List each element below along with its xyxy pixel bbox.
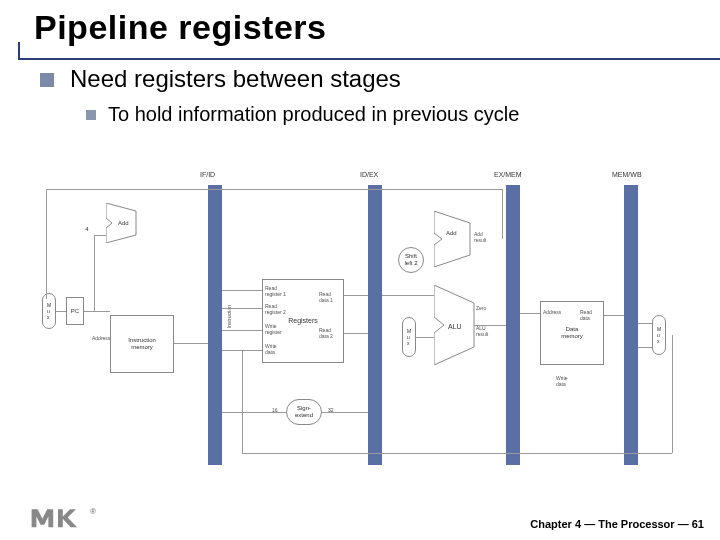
alu-result-label: ALUresult [476, 325, 488, 337]
regport-rd2: Readdata 2 [319, 327, 333, 339]
regport-rr1: Readregister 1 [265, 285, 286, 297]
adder-pc4: Add [106, 203, 146, 243]
bullet-text: To hold information produced in previous… [108, 103, 519, 126]
wire [222, 308, 262, 309]
bullet-level-2: To hold information produced in previous… [86, 103, 710, 126]
wire-branch-back [46, 189, 502, 190]
pipe-reg-idex [368, 185, 382, 465]
dmem-address: Address [543, 309, 561, 315]
title-rule [18, 58, 720, 60]
footer-title: The Processor [598, 518, 674, 530]
pipe-label-memwb: MEM/WB [612, 171, 642, 178]
bullet-text: Need registers between stages [70, 65, 401, 93]
svg-marker-2 [434, 211, 470, 267]
wb-mux: Mux [652, 315, 666, 355]
wire [84, 311, 110, 312]
regport-rd1: Readdata 1 [319, 291, 333, 303]
dmem-writedata: Writedata [556, 375, 568, 387]
svg-text:Add: Add [118, 220, 129, 226]
wire-wb-back [242, 453, 672, 454]
dmem-readdata: Readdata [580, 309, 592, 321]
wire [520, 313, 540, 314]
const-4: 4 [82, 223, 92, 235]
pipe-label-idex: ID/EX [360, 171, 378, 178]
wire [242, 350, 243, 453]
pipe-label-ifid: IF/ID [200, 171, 215, 178]
wire [222, 290, 262, 291]
regport-wd: Writedata [265, 343, 277, 355]
instruction-memory: Instructionmemory [110, 315, 174, 373]
wire [638, 323, 652, 324]
wire [474, 325, 506, 326]
bullet-level-1: Need registers between stages [40, 65, 710, 93]
wire [344, 295, 368, 296]
imem-address-label: Address [92, 335, 110, 341]
wire [344, 333, 368, 334]
wire [174, 343, 208, 344]
publisher-logo: ® [28, 500, 98, 532]
add-result-label: Addresult [474, 231, 486, 243]
footer-sep: — [675, 518, 692, 530]
pipe-reg-exmem [506, 185, 520, 465]
wire [638, 347, 652, 348]
registered-mark: ® [90, 507, 96, 516]
wire [46, 189, 47, 299]
bullet-icon [40, 73, 54, 87]
wire [94, 235, 106, 236]
svg-text:Add: Add [446, 230, 457, 236]
pc-mux: Mux [42, 293, 56, 329]
regport-rr2: Readregister 2 [265, 303, 286, 315]
pipe-label-exmem: EX/MEM [494, 171, 522, 178]
slide-footer: Chapter 4 — The Processor — 61 [530, 518, 704, 530]
wire [416, 337, 434, 338]
wire [56, 311, 66, 312]
footer-sep: — [581, 518, 598, 530]
pipe-reg-ifid [208, 185, 222, 465]
slide-title: Pipeline registers [34, 8, 720, 47]
pipeline-diagram: IF/ID ID/EX EX/MEM MEM/WB Mux PC Add 4 I… [36, 175, 686, 475]
wire [382, 295, 434, 296]
alu-zero-label: Zero [476, 305, 486, 311]
shift-left-2: Shiftleft 2 [398, 247, 424, 273]
wire [322, 412, 368, 413]
bullet-icon [86, 110, 96, 120]
wire [94, 235, 95, 311]
wire [222, 412, 286, 413]
pc-register: PC [66, 297, 84, 325]
wire [222, 330, 262, 331]
svg-text:ALU: ALU [448, 323, 462, 330]
footer-chapter: Chapter 4 [530, 518, 581, 530]
sign-extend: Sign-extend [286, 399, 322, 425]
wire [604, 315, 624, 316]
alu-src-mux: Mux [402, 317, 416, 357]
wire [672, 335, 673, 453]
pipe-reg-memwb [624, 185, 638, 465]
wire [502, 189, 503, 239]
regport-wr: Writeregister [265, 323, 282, 335]
footer-page: 61 [692, 518, 704, 530]
